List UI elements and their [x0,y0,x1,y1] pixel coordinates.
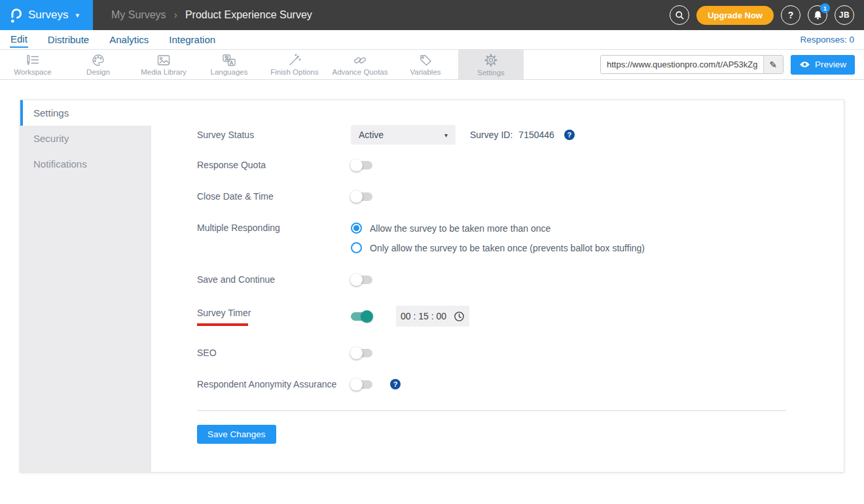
settings-sidebar: Settings Security Notifications [20,100,151,472]
pencil-icon: ✎ [770,60,778,70]
radio-option-multiple[interactable]: Allow the survey to be taken more than o… [351,223,645,234]
response-quota-row: Response Quota [197,160,844,170]
preview-button[interactable]: Preview [791,55,855,75]
anonymity-toggle[interactable] [351,380,372,389]
seo-toggle[interactable] [351,349,372,357]
divider [197,410,786,411]
breadcrumb-my-surveys[interactable]: My Surveys [111,9,166,21]
toolbar-item-design[interactable]: Design [65,50,131,79]
close-date-label: Close Date & Time [197,191,351,202]
translate-icon [222,54,236,67]
topbar-actions: Upgrade Now ? 1 JB [670,5,864,25]
toolbar-item-advance-quotas[interactable]: Advance Quotas [327,50,393,79]
save-continue-label: Save and Continue [197,274,351,285]
response-quota-toggle[interactable] [351,161,372,170]
breadcrumb: My Surveys › Product Experience Survey [111,9,312,21]
survey-timer-row: Survey Timer 00 : 15 : 00 [197,306,844,327]
toolbar-right: ✎ Preview [600,50,864,79]
clock-icon [454,311,465,322]
survey-status-label: Survey Status [197,130,351,140]
palette-icon [91,54,105,67]
product-name: Surveys [28,9,68,22]
seo-label: SEO [197,348,351,358]
question-mark-icon: ? [788,10,794,20]
sidebar-item-notifications[interactable]: Notifications [20,151,151,177]
anonymity-help-icon[interactable]: ? [390,379,401,389]
notifications-button[interactable]: 1 [808,5,827,25]
survey-status-row: Survey Status Active ▾ Survey ID: 715044… [197,125,844,145]
chevron-down-icon: ▾ [75,11,79,20]
response-quota-label: Response Quota [197,160,351,170]
survey-timer-time-field[interactable]: 00 : 15 : 00 [396,306,469,327]
toolbar-item-settings[interactable]: Settings [458,50,524,79]
toolbar-item-finish-options[interactable]: Finish Options [262,50,327,79]
radio-option-once[interactable]: Only allow the survey to be taken once (… [351,242,645,253]
image-icon [156,54,171,67]
tab-integration[interactable]: Integration [168,32,216,47]
tab-analytics[interactable]: Analytics [109,32,149,47]
user-avatar[interactable]: JB [835,5,854,25]
seo-row: SEO [197,348,844,358]
toolbar-item-workspace[interactable]: Workspace [0,50,65,79]
tab-edit[interactable]: Edit [10,31,28,48]
survey-status-value: Active [359,130,384,140]
anonymity-row: Respondent Anonymity Assurance ? [197,379,844,389]
top-bar: Surveys ▾ My Surveys › Product Experienc… [0,0,864,30]
settings-card: Settings Security Notifications Survey S… [20,99,844,473]
search-button[interactable] [670,5,689,25]
red-highlight-underline [197,323,248,326]
save-continue-toggle[interactable] [351,276,372,284]
search-icon [675,10,685,20]
toolbar-item-media-library[interactable]: Media Library [131,50,196,79]
survey-timer-toggle[interactable] [351,312,372,321]
tab-distribute[interactable]: Distribute [47,32,90,47]
survey-timer-value: 00 : 15 : 00 [401,311,446,321]
toolbar-item-languages[interactable]: Languages [196,50,262,79]
edit-toolbar: Workspace Design Media Library [0,50,864,80]
gear-icon [484,53,498,67]
save-continue-row: Save and Continue [197,274,844,285]
responses-count: Responses: 0 [800,35,854,45]
close-date-row: Close Date & Time [197,191,844,202]
magic-wand-icon [287,54,302,67]
toolbar-item-variables[interactable]: Variables [393,50,458,79]
tag-icon [418,54,433,67]
chain-link-icon [353,54,367,67]
radio-unselected-icon [351,242,362,253]
close-date-toggle[interactable] [351,192,372,201]
edit-url-button[interactable]: ✎ [763,56,783,73]
workspace-icon [26,54,40,67]
app-logo-menu[interactable]: Surveys ▾ [0,0,93,30]
help-button[interactable]: ? [781,5,801,25]
survey-id-group: Survey ID: 7150446 ? [470,130,575,140]
radio-selected-icon [351,223,362,234]
multiple-responding-label: Multiple Responding [197,223,351,233]
survey-id-label: Survey ID: [470,130,513,140]
survey-status-select[interactable]: Active ▾ [351,125,456,145]
save-changes-button[interactable]: Save Changes [197,425,276,444]
survey-timer-label-wrap: Survey Timer [197,307,351,326]
survey-timer-label: Survey Timer [197,308,251,318]
sidebar-item-settings[interactable]: Settings [20,100,151,126]
survey-id-help-icon[interactable]: ? [564,130,575,140]
content-area: Settings Security Notifications Survey S… [0,80,864,504]
eye-icon [799,61,810,68]
survey-id-value: 7150446 [518,130,554,140]
notification-badge: 1 [820,3,830,13]
multiple-responding-options: Allow the survey to be taken more than o… [351,223,645,253]
multiple-responding-row: Multiple Responding Allow the survey to … [197,223,844,253]
upgrade-now-button[interactable]: Upgrade Now [696,6,774,25]
questionpro-logo-icon [10,7,22,24]
chevron-down-icon: ▾ [444,132,448,139]
settings-main: Survey Status Active ▾ Survey ID: 715044… [151,100,844,472]
anonymity-label: Respondent Anonymity Assurance [197,379,351,389]
survey-url-box: ✎ [600,55,783,74]
breadcrumb-survey-title: Product Experience Survey [185,9,312,21]
section-nav: Edit Distribute Analytics Integration Re… [0,30,864,50]
sidebar-item-security[interactable]: Security [20,126,151,151]
breadcrumb-separator: › [174,9,177,21]
survey-url-input[interactable] [601,56,763,73]
